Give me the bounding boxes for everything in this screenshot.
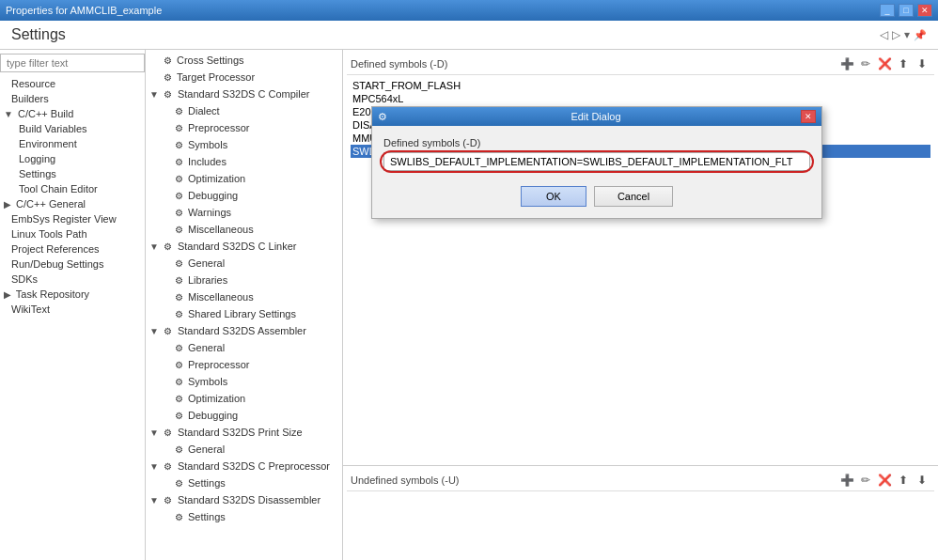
sidebar-item-build-variables[interactable]: Build Variables [0,121,145,136]
sidebar-item-resource[interactable]: Resource [0,76,145,91]
mid-item-warnings[interactable]: ⚙ Warnings [146,204,342,221]
dialog-ok-button[interactable]: OK [521,186,586,207]
move-up-undef-button[interactable]: ⬆ [895,472,912,489]
dialog-input-container [383,152,810,171]
gear-icon: ⚙ [161,54,174,67]
close-button[interactable]: ✕ [917,4,932,17]
mid-item-symbols-asm[interactable]: ⚙ Symbols [146,373,342,390]
nav-back-icon[interactable]: ◁ [880,28,888,41]
dialog-body: Defined symbols (-D) OK Cancel [372,126,821,218]
delete-symbol-button[interactable]: ❌ [876,55,893,72]
mid-item-s32ds-print-size[interactable]: ▼ ⚙ Standard S32DS Print Size [146,424,342,441]
sidebar-item-run-debug[interactable]: Run/Debug Settings [0,257,145,272]
dialog-close-button[interactable]: ✕ [801,110,816,123]
mid-item-general-linker[interactable]: ⚙ General [146,255,342,272]
edit-undef-button[interactable]: ✏ [857,472,874,489]
sidebar-item-builders[interactable]: Builders [0,91,145,106]
defined-symbols-header: Defined symbols (-D) ➕ ✏ ❌ ⬆ ⬇ [347,54,934,75]
mid-item-debugging1[interactable]: ⚙ Debugging [146,187,342,204]
mid-item-optimization1[interactable]: ⚙ Optimization [146,170,342,187]
add-undef-button[interactable]: ➕ [838,472,855,489]
filter-input[interactable] [0,54,145,72]
sidebar-item-environment[interactable]: Environment [0,136,145,151]
mid-item-s32ds-c-preprocessor[interactable]: ▼ ⚙ Standard S32DS C Preprocessor [146,458,342,474]
mid-item-miscellaneous1[interactable]: ⚙ Miscellaneous [146,221,342,238]
gear-icon: ⚙ [172,510,185,523]
sidebar-item-cpp-build[interactable]: ▼ C/C++ Build [0,106,145,121]
sidebar-item-logging[interactable]: Logging [0,151,145,166]
mid-item-general-print[interactable]: ⚙ General [146,441,342,458]
minimize-button[interactable]: _ [880,4,895,17]
gear-icon: ⚙ [162,493,175,506]
sidebar-item-project-refs[interactable]: Project References [0,241,145,257]
sidebar-item-cpp-general[interactable]: ▶ C/C++ General [0,196,145,211]
symbol-item-2[interactable]: MPC564xL [351,92,930,105]
left-sidebar: Resource Builders ▼ C/C++ Build Build Va… [0,50,146,560]
gear-icon: ⚙ [172,223,185,236]
mid-item-optimization-asm[interactable]: ⚙ Optimization [146,390,342,407]
mid-item-s32ds-assembler[interactable]: ▼ ⚙ Standard S32DS Assembler [146,322,342,339]
mid-item-settings-disasm[interactable]: ⚙ Settings [146,508,342,525]
dialog-title-text: Edit Dialog [571,111,620,122]
main-container: Settings ◁ ▷ ▾ 📌 Resource Builders ▼ C/C… [0,21,938,560]
settings-header: Settings ◁ ▷ ▾ 📌 [0,21,938,50]
add-symbol-button[interactable]: ➕ [838,55,855,72]
mid-item-dialect[interactable]: ⚙ Dialect [146,102,342,119]
move-down-undef-button[interactable]: ⬇ [914,472,930,489]
sidebar-item-task-repo[interactable]: ▶ Task Repository [0,287,145,302]
sidebar-item-tool-chain-editor[interactable]: Tool Chain Editor [0,181,145,196]
title-bar: Properties for AMMCLIB_example _ □ ✕ [0,0,938,21]
gear-icon: ⚙ [161,70,174,84]
gear-icon: ⚙ [172,409,185,422]
delete-undef-button[interactable]: ❌ [876,472,893,489]
mid-item-preprocessor1[interactable]: ⚙ Preprocessor [146,119,342,136]
nav-forward-icon[interactable]: ▷ [892,28,900,41]
mid-item-s32ds-c-linker[interactable]: ▼ ⚙ Standard S32DS C Linker [146,238,342,255]
move-down-button[interactable]: ⬇ [914,55,930,72]
right-top: Defined symbols (-D) ➕ ✏ ❌ ⬆ ⬇ START_FRO… [343,50,938,466]
mid-item-settings-preproc[interactable]: ⚙ Settings [146,474,342,491]
settings-title: Settings [11,26,66,43]
dialog-symbol-input[interactable] [383,152,810,171]
sidebar-item-settings[interactable]: Settings [0,166,145,181]
gear-icon: ⚙ [172,206,185,219]
gear-icon: ⚙ [172,257,185,270]
edit-symbol-button[interactable]: ✏ [857,55,874,72]
mid-item-target-processor[interactable]: ⚙ Target Processor [146,69,342,86]
gear-icon: ⚙ [172,290,185,303]
panel-icon-group: ➕ ✏ ❌ ⬆ ⬇ [838,55,930,72]
mid-item-shared-library-settings[interactable]: ⚙ Shared Library Settings [146,305,342,322]
gear-icon: ⚙ [172,121,185,134]
gear-icon: ⚙ [172,155,185,168]
sidebar-item-linux-tools[interactable]: Linux Tools Path [0,226,145,241]
sidebar-item-embsys[interactable]: EmbSys Register View [0,211,145,226]
dialog-title-icon: ⚙ [378,111,387,123]
dialog-cancel-button[interactable]: Cancel [594,186,673,207]
sidebar-item-wikitext[interactable]: WikiText [0,302,145,317]
content-area: Resource Builders ▼ C/C++ Build Build Va… [0,50,938,560]
mid-item-includes[interactable]: ⚙ Includes [146,153,342,170]
mid-item-s32ds-c-compiler[interactable]: ▼ ⚙ Standard S32DS C Compiler [146,86,342,102]
gear-icon: ⚙ [172,273,185,287]
move-up-button[interactable]: ⬆ [895,55,912,72]
edit-dialog: ⚙ Edit Dialog ✕ Defined symbols (-D) OK … [371,106,822,219]
mid-item-symbols1[interactable]: ⚙ Symbols [146,136,342,153]
sidebar-item-sdks[interactable]: SDKs [0,272,145,287]
mid-item-cross-settings[interactable]: ⚙ Cross Settings [146,52,342,69]
undefined-symbols-label: Undefined symbols (-U) [351,474,460,486]
maximize-button[interactable]: □ [899,4,914,17]
gear-icon: ⚙ [162,426,175,439]
nav-dropdown-icon[interactable]: ▾ [904,28,910,41]
nav-pin-icon[interactable]: 📌 [914,29,927,41]
mid-item-debugging-asm[interactable]: ⚙ Debugging [146,407,342,424]
dialog-title-bar: ⚙ Edit Dialog ✕ [372,107,821,126]
mid-item-general-asm[interactable]: ⚙ General [146,339,342,356]
mid-item-miscellaneous-linker[interactable]: ⚙ Miscellaneous [146,288,342,305]
dialog-buttons: OK Cancel [383,186,810,207]
mid-item-preprocessor-asm[interactable]: ⚙ Preprocessor [146,356,342,373]
defined-symbols-label: Defined symbols (-D) [351,58,447,70]
gear-icon: ⚙ [162,324,175,337]
symbol-item-1[interactable]: START_FROM_FLASH [351,79,930,92]
mid-item-s32ds-disassembler[interactable]: ▼ ⚙ Standard S32DS Disassembler [146,491,342,508]
mid-item-libraries[interactable]: ⚙ Libraries [146,272,342,288]
